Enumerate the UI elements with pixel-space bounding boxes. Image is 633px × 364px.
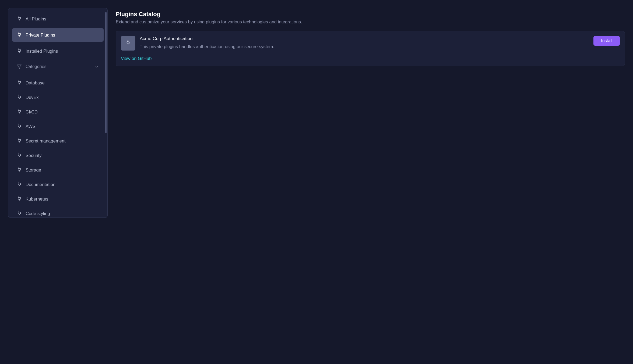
category-label: CI/CD (26, 109, 38, 115)
sidebar: All Plugins Private Plugins Installed Pl… (8, 8, 108, 218)
plugin-description: This private plugins handles authenticat… (140, 44, 589, 49)
category-label: Storage (26, 167, 41, 173)
category-label: Security (26, 153, 42, 158)
plugin-icon-box (121, 36, 135, 51)
category-label: AWS (26, 124, 36, 129)
view-on-github-link[interactable]: View on GitHub (121, 56, 152, 61)
sidebar-item-private-plugins[interactable]: Private Plugins (12, 28, 104, 42)
categories-toggle[interactable]: Categories (12, 60, 104, 73)
plug-icon (17, 80, 22, 86)
page-title: Plugins Catalog (116, 11, 625, 18)
category-label: DevEx (26, 95, 39, 100)
plugin-name: Acme Corp Authentication (140, 36, 589, 41)
plug-icon (17, 123, 22, 129)
category-item-database[interactable]: Database (12, 76, 104, 90)
category-item-secret-management[interactable]: Secret management (12, 134, 104, 148)
svg-marker-0 (17, 65, 22, 69)
category-item-kubernetes[interactable]: Kubernetes (12, 192, 104, 206)
plug-icon (17, 181, 22, 187)
plug-icon (17, 138, 22, 144)
sidebar-item-label: Installed Plugins (26, 49, 58, 54)
sidebar-item-installed-plugins[interactable]: Installed Plugins (12, 44, 104, 58)
plug-icon (126, 40, 131, 46)
page-subtitle: Extend and customize your services by us… (116, 19, 625, 24)
category-item-aws[interactable]: AWS (12, 119, 104, 134)
plug-icon (17, 167, 22, 173)
plug-icon (17, 48, 22, 54)
plug-icon (17, 109, 22, 115)
plug-icon (17, 152, 22, 158)
category-label: Kubernetes (26, 197, 48, 202)
install-button[interactable]: Install (593, 36, 620, 46)
category-item-storage[interactable]: Storage (12, 163, 104, 177)
category-item-cicd[interactable]: CI/CD (12, 105, 104, 119)
sidebar-item-label: All Plugins (26, 16, 46, 22)
chevron-down-icon (94, 65, 99, 69)
sidebar-item-all-plugins[interactable]: All Plugins (12, 12, 104, 26)
plug-icon (17, 16, 22, 22)
plug-icon (17, 32, 22, 38)
category-item-security[interactable]: Security (12, 148, 104, 163)
main-content: Plugins Catalog Extend and customize you… (116, 8, 625, 218)
plug-icon (17, 210, 22, 216)
category-item-code-styling[interactable]: Code styling (12, 206, 104, 218)
category-label: Database (26, 80, 45, 85)
categories-label: Categories (26, 64, 46, 69)
category-label: Code styling (26, 211, 50, 216)
category-item-devex[interactable]: DevEx (12, 90, 104, 105)
category-label: Secret management (26, 138, 66, 144)
category-label: Documentation (26, 182, 55, 187)
sidebar-item-label: Private Plugins (26, 33, 55, 38)
filter-icon (17, 64, 22, 69)
category-item-documentation[interactable]: Documentation (12, 177, 104, 192)
plug-icon (17, 196, 22, 202)
plugin-card: Acme Corp Authentication This private pl… (116, 31, 625, 66)
plug-icon (17, 94, 22, 100)
